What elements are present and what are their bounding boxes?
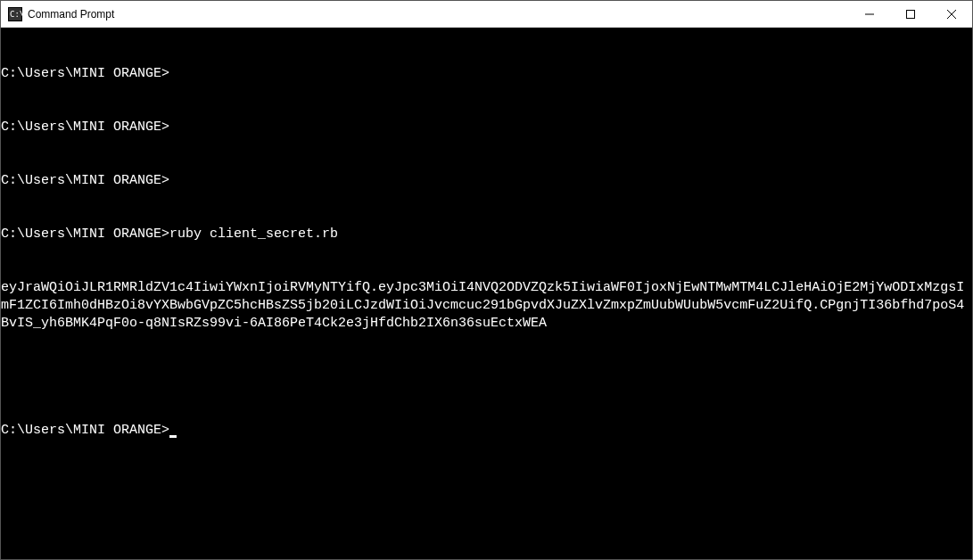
window-controls	[849, 1, 972, 27]
terminal-line: C:\Users\MINI ORANGE>ruby client_secret.…	[1, 226, 972, 243]
svg-rect-4	[907, 11, 915, 19]
terminal-line: eyJraWQiOiJLR1RMRldZV1c4IiwiYWxnIjoiRVMy…	[1, 279, 972, 333]
titlebar[interactable]: C:\ Command Prompt	[1, 1, 972, 28]
svg-text:C:\: C:\	[10, 10, 22, 19]
maximize-button[interactable]	[890, 1, 931, 28]
cursor	[169, 435, 177, 438]
prompt-text: C:\Users\MINI ORANGE>	[1, 423, 169, 438]
close-button[interactable]	[931, 1, 972, 28]
terminal-output[interactable]: C:\Users\MINI ORANGE> C:\Users\MINI ORAN…	[1, 28, 972, 559]
blank-line	[1, 368, 972, 386]
terminal-line: C:\Users\MINI ORANGE>	[1, 172, 972, 190]
command-prompt-window: C:\ Command Prompt C:\Users\MINI ORANGE>…	[0, 0, 973, 560]
cmd-icon: C:\	[8, 7, 22, 21]
window-title: Command Prompt	[28, 8, 849, 21]
terminal-line: C:\Users\MINI ORANGE>	[1, 65, 972, 83]
terminal-prompt-line: C:\Users\MINI ORANGE>	[1, 422, 972, 440]
minimize-button[interactable]	[849, 1, 890, 28]
terminal-line: C:\Users\MINI ORANGE>	[1, 119, 972, 136]
